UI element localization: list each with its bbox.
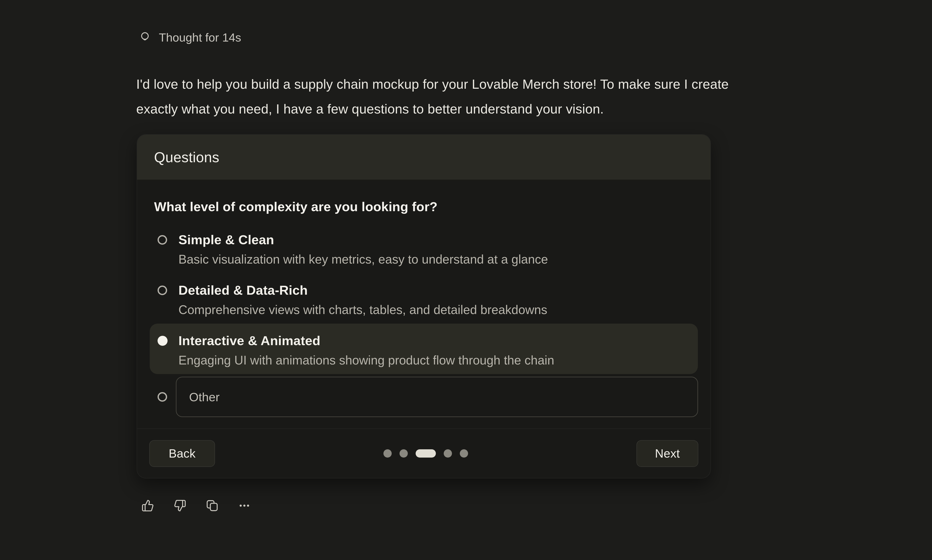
back-button[interactable]: Back xyxy=(149,440,215,467)
option-interactive-animated[interactable]: Interactive & Animated Engaging UI with … xyxy=(150,324,698,374)
pagination-dot[interactable] xyxy=(460,449,468,458)
radio-icon[interactable] xyxy=(157,235,167,245)
card-title: Questions xyxy=(154,149,219,166)
radio-icon[interactable] xyxy=(157,286,167,295)
pagination-dot[interactable] xyxy=(399,449,408,458)
message-line: I'd love to help you build a supply chai… xyxy=(136,72,729,97)
thumbs-down-button[interactable] xyxy=(174,499,186,512)
option-title: Interactive & Animated xyxy=(179,333,693,348)
other-input[interactable] xyxy=(176,377,698,417)
pagination-dot[interactable] xyxy=(444,449,452,458)
question-text: What level of complexity are you looking… xyxy=(154,199,693,214)
next-button[interactable]: Next xyxy=(636,440,698,467)
options-list: Simple & Clean Basic visualization with … xyxy=(150,223,698,374)
more-options-button[interactable] xyxy=(238,499,251,512)
pagination-dot-active[interactable] xyxy=(416,449,436,458)
option-description: Basic visualization with key metrics, ea… xyxy=(179,252,693,267)
radio-selected-icon[interactable] xyxy=(157,336,168,346)
option-detailed-data-rich[interactable]: Detailed & Data-Rich Comprehensive views… xyxy=(150,273,698,324)
option-title: Simple & Clean xyxy=(179,232,693,248)
option-other[interactable] xyxy=(154,377,693,417)
thumbs-down-icon xyxy=(174,499,186,512)
chat-page: Thought for 14s I'd love to help you bui… xyxy=(0,0,932,560)
assistant-message: I'd love to help you build a supply chai… xyxy=(136,72,729,122)
copy-button[interactable] xyxy=(206,499,219,512)
option-description: Engaging UI with animations showing prod… xyxy=(179,353,693,368)
thumbs-up-icon xyxy=(142,499,154,512)
card-footer: Back Next xyxy=(137,428,710,478)
pagination-dot[interactable] xyxy=(384,449,392,458)
option-title: Detailed & Data-Rich xyxy=(179,283,693,298)
option-description: Comprehensive views with charts, tables,… xyxy=(179,302,693,317)
copy-icon xyxy=(206,499,219,512)
option-simple-clean[interactable]: Simple & Clean Basic visualization with … xyxy=(150,223,698,273)
thought-label: Thought for 14s xyxy=(159,31,241,44)
thumbs-up-button[interactable] xyxy=(142,499,154,512)
message-line: exactly what you need, I have a few ques… xyxy=(136,97,729,122)
pagination-dots xyxy=(215,449,636,458)
radio-icon[interactable] xyxy=(157,392,167,402)
card-body: What level of complexity are you looking… xyxy=(137,180,710,428)
thought-toggle[interactable]: Thought for 14s xyxy=(139,31,241,45)
questions-card: Questions What level of complexity are y… xyxy=(137,134,711,478)
more-options-icon xyxy=(238,499,251,512)
card-header: Questions xyxy=(137,135,710,180)
lightbulb-icon xyxy=(139,31,151,45)
message-actions xyxy=(142,499,251,512)
